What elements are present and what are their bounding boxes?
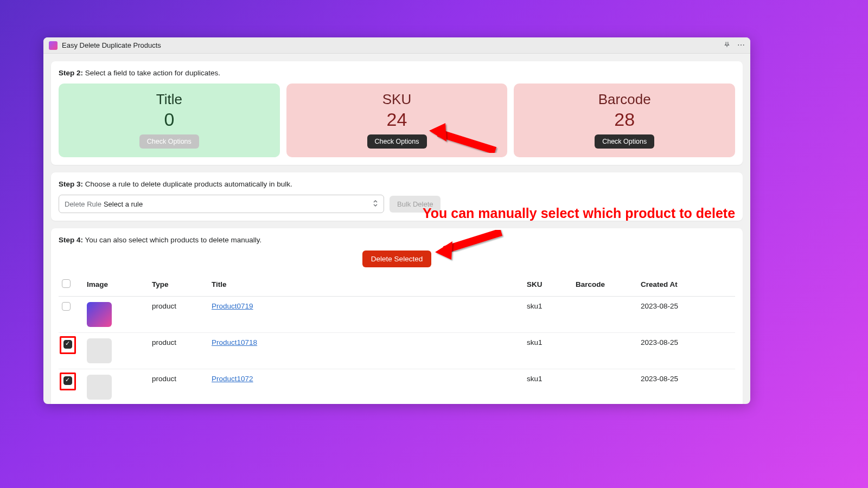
check-options-button[interactable]: Check Options — [595, 134, 654, 149]
step3-label: Step 3: Choose a rule to delete duplicat… — [59, 180, 735, 188]
tile-title: Title — [65, 91, 273, 108]
check-options-button: Check Options — [139, 134, 199, 149]
callout-text: You can manually select which product to… — [423, 206, 735, 221]
tile-barcode: Barcode28Check Options — [514, 84, 735, 157]
app-icon — [49, 41, 58, 50]
col-title: Title — [208, 275, 524, 297]
check-options-button[interactable]: Check Options — [367, 134, 427, 149]
col-image: Image — [84, 275, 149, 297]
row-barcode — [572, 369, 637, 404]
select-all-checkbox[interactable] — [62, 279, 71, 288]
delete-selected-button[interactable]: Delete Selected — [362, 251, 431, 267]
row-sku: sku1 — [524, 333, 572, 369]
table-row: productProduct10718sku12023-08-25 — [59, 333, 735, 369]
row-sku: sku1 — [524, 369, 572, 404]
row-created: 2023-08-25 — [637, 297, 735, 333]
tile-title: Title0Check Options — [59, 84, 280, 157]
product-link[interactable]: Product1072 — [212, 375, 253, 383]
products-table: Image Type Title SKU Barcode Created At … — [59, 275, 735, 404]
table-row: productProduct1072sku12023-08-25 — [59, 369, 735, 404]
more-icon[interactable]: ⋯ — [737, 41, 745, 50]
col-sku: SKU — [524, 275, 572, 297]
product-thumbnail — [87, 302, 112, 327]
chevron-updown-icon — [373, 200, 378, 208]
tile-count: 0 — [65, 109, 273, 130]
row-barcode — [572, 297, 637, 333]
row-created: 2023-08-25 — [637, 333, 735, 369]
col-created: Created At — [637, 275, 735, 297]
table-row: productProduct0719sku12023-08-25 — [59, 297, 735, 333]
product-link[interactable]: Product10718 — [212, 338, 257, 346]
tile-title: SKU — [293, 91, 501, 108]
product-thumbnail — [87, 338, 112, 363]
title-bar: Easy Delete Duplicate Products ⋯ — [43, 37, 750, 54]
row-type: product — [149, 333, 208, 369]
delete-rule-select[interactable]: Delete Rule Select a rule — [59, 195, 384, 213]
callout-arrow-2 — [431, 224, 507, 262]
col-barcode: Barcode — [572, 275, 637, 297]
step4-card: Step 4: You can also select which produc… — [51, 228, 743, 404]
product-link[interactable]: Product0719 — [212, 302, 253, 310]
row-type: product — [149, 297, 208, 333]
row-sku: sku1 — [524, 297, 572, 333]
row-barcode — [572, 333, 637, 369]
app-title: Easy Delete Duplicate Products — [62, 41, 161, 49]
row-type: product — [149, 369, 208, 404]
callout-arrow-1 — [425, 121, 501, 159]
pin-icon[interactable] — [723, 41, 731, 50]
tile-title: Barcode — [520, 91, 729, 108]
row-checkbox[interactable] — [63, 376, 72, 385]
row-checkbox[interactable] — [62, 302, 71, 311]
step4-label: Step 4: You can also select which produc… — [59, 236, 735, 244]
row-created: 2023-08-25 — [637, 369, 735, 404]
step2-card: Step 2: Select a field to take action fo… — [51, 61, 743, 165]
product-thumbnail — [87, 375, 112, 400]
row-checkbox[interactable] — [63, 340, 72, 349]
tile-count: 28 — [520, 109, 729, 130]
col-type: Type — [149, 275, 208, 297]
step2-label: Step 2: Select a field to take action fo… — [59, 69, 735, 77]
